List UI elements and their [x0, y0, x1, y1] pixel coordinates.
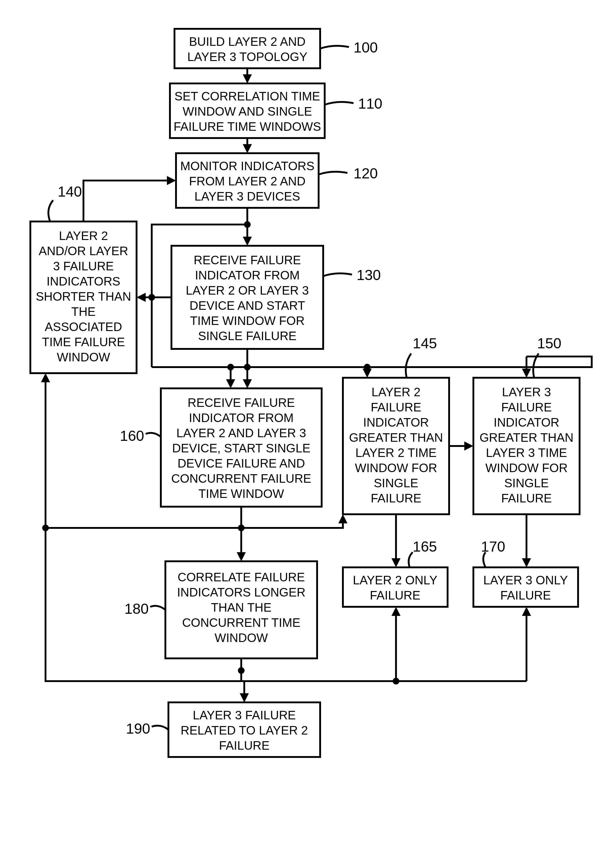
- box-150-line6: WINDOW FOR: [485, 461, 567, 474]
- arrow-160-180: [237, 552, 246, 561]
- box-140-line6: THE: [71, 305, 96, 318]
- junction-180-out: [238, 667, 245, 674]
- leader-100: [320, 46, 349, 49]
- leader-110: [325, 102, 353, 105]
- edge-140-120: [83, 181, 171, 221]
- box-145-line6: WINDOW FOR: [355, 461, 437, 474]
- box-150-line2: FAILURE: [501, 400, 552, 414]
- box-140-line4: INDICATORS: [47, 274, 120, 288]
- label-145: 145: [413, 335, 437, 351]
- box-180-line2: INDICATORS LONGER: [177, 586, 305, 599]
- box-165-line2: FAILURE: [370, 589, 421, 602]
- leader-130: [323, 273, 352, 276]
- label-150: 150: [537, 335, 561, 351]
- junction-130-140: [148, 294, 155, 301]
- leader-180: [150, 606, 165, 610]
- box-180-line3: THAN THE: [211, 601, 271, 614]
- box-140-line2: AND/OR LAYER: [39, 244, 128, 258]
- junction-bus-160: [227, 364, 234, 371]
- box-180-line5: WINDOW: [215, 631, 268, 645]
- box-170-line1: LAYER 3 ONLY: [483, 574, 568, 587]
- box-140-line3: 3 FAILURE: [53, 259, 114, 273]
- arrow-130-140: [137, 293, 145, 302]
- box-140-line5: SHORTER THAN: [36, 290, 131, 303]
- arrow-120-130: [243, 237, 252, 246]
- box-140-line1: LAYER 2: [59, 229, 108, 242]
- box-100-line1: BUILD LAYER 2 AND: [189, 35, 306, 48]
- box-130-line3: LAYER 2 OR LAYER 3: [186, 284, 309, 297]
- box-130-line1: RECEIVE FAILURE: [194, 254, 301, 267]
- box-100-line2: LAYER 3 TOPOLOGY: [187, 50, 307, 64]
- leader-190: [152, 726, 168, 730]
- box-145-line2: FAILURE: [371, 400, 422, 414]
- box-140-line7: ASSOCIATED: [45, 320, 122, 334]
- arrow-145-150: [464, 442, 474, 451]
- arrow-180-165: [392, 607, 401, 616]
- box-190-line2: RELATED TO LAYER 2: [181, 723, 308, 737]
- box-110-line3: FAILURE TIME WINDOWS: [174, 120, 321, 133]
- arrow-bus-160: [226, 379, 235, 388]
- box-160-line5: DEVICE FAILURE AND: [178, 457, 305, 470]
- arrow-130-160a: [243, 379, 252, 388]
- box-165-line1: LAYER 2 ONLY: [353, 574, 438, 587]
- box-160-line6: CONCURRENT FAILURE: [171, 472, 311, 485]
- box-145-line4: GREATER THAN: [349, 431, 443, 444]
- leader-140: [48, 200, 53, 221]
- arrow-100-110: [243, 74, 252, 83]
- arrow-110-120: [243, 144, 252, 153]
- arrow-bus-150: [522, 369, 531, 378]
- box-140-line9: WINDOW: [57, 350, 110, 364]
- leader-145: [406, 353, 411, 378]
- box-145-line1: LAYER 2: [371, 385, 421, 399]
- box-150-line5: LAYER 3 TIME: [486, 446, 567, 460]
- box-110-line2: WINDOW AND SINGLE: [183, 105, 312, 118]
- box-160-line2: INDICATOR FROM: [189, 411, 294, 424]
- box-180-line4: CONCURRENT TIME: [182, 616, 300, 629]
- box-190-line1: LAYER 3 FAILURE: [193, 709, 295, 722]
- box-120-line1: MONITOR INDICATORS: [180, 159, 315, 173]
- label-130: 130: [356, 267, 381, 283]
- box-145-line7: SINGLE: [374, 476, 419, 490]
- box-110-line1: SET CORRELATION TIME: [175, 89, 320, 103]
- box-180-line1: CORRELATE FAILURE: [178, 571, 305, 584]
- arrow-160-145r: [338, 514, 347, 523]
- label-140: 140: [58, 184, 82, 200]
- box-120-line2: FROM LAYER 2 AND: [189, 175, 306, 188]
- label-180: 180: [125, 601, 149, 617]
- label-190: 190: [126, 721, 150, 737]
- arrow-140-120: [167, 176, 176, 185]
- box-170-line2: FAILURE: [500, 589, 551, 602]
- box-145-line3: INDICATOR: [363, 416, 429, 429]
- arrow-180-190: [240, 693, 249, 703]
- box-130-line4: DEVICE AND START: [190, 299, 305, 312]
- label-120: 120: [353, 165, 378, 181]
- box-150-line8: FAILURE: [501, 492, 552, 505]
- leader-170: [483, 552, 486, 567]
- label-110: 110: [358, 96, 382, 112]
- box-160-line7: TIME WINDOW: [199, 487, 284, 500]
- leader-120: [319, 172, 347, 175]
- arrow-150-170: [522, 558, 531, 567]
- box-160-line4: DEVICE, START SINGLE: [172, 442, 310, 455]
- box-145-line5: LAYER 2 TIME: [355, 446, 437, 460]
- box-150-line7: SINGLE: [504, 476, 549, 490]
- edge-160-145r: [241, 519, 343, 528]
- box-150-line3: INDICATOR: [494, 416, 559, 429]
- box-150-line4: GREATER THAN: [479, 431, 573, 444]
- label-160: 160: [120, 428, 144, 444]
- leader-160: [145, 433, 161, 437]
- flowchart-diagram: BUILD LAYER 2 AND LAYER 3 TOPOLOGY SET C…: [0, 0, 616, 848]
- arrow-145-165: [392, 558, 401, 567]
- box-160-line1: RECEIVE FAILURE: [187, 396, 295, 409]
- box-140-line8: TIME FAILURE: [42, 335, 125, 348]
- box-190-line3: FAILURE: [219, 739, 270, 752]
- box-120-line3: LAYER 3 DEVICES: [194, 190, 300, 203]
- label-100: 100: [353, 39, 378, 55]
- leader-165: [409, 552, 413, 567]
- label-165: 165: [413, 538, 437, 554]
- box-150-line1: LAYER 3: [502, 385, 551, 399]
- junction-bus-145: [364, 364, 371, 371]
- box-130-line6: SINGLE FAILURE: [198, 329, 297, 342]
- box-130-line5: TIME WINDOW FOR: [190, 314, 305, 328]
- box-145-line8: FAILURE: [371, 492, 422, 505]
